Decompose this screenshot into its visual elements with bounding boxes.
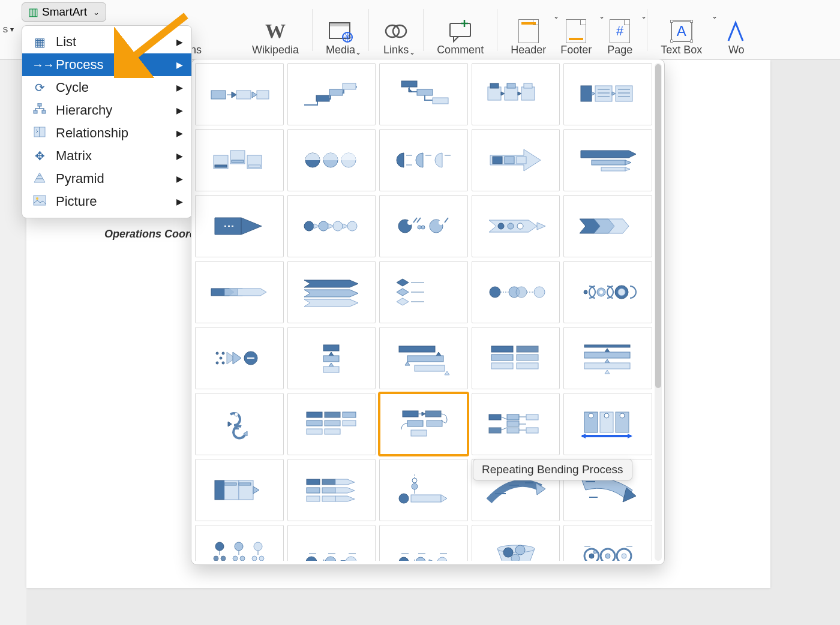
svg-rect-8 — [42, 110, 46, 113]
svg-point-159 — [589, 413, 593, 418]
gallery-item[interactable] — [287, 63, 376, 125]
gallery-item[interactable] — [472, 261, 560, 323]
svg-point-66 — [347, 221, 357, 231]
svg-line-69 — [413, 218, 417, 223]
gallery-item[interactable] — [379, 63, 468, 125]
gallery-item[interactable] — [563, 195, 652, 257]
smartart-gallery: += + — [191, 59, 665, 565]
wikipedia-button[interactable]: W Wikipedia — [245, 1, 306, 59]
svg-rect-166 — [224, 483, 236, 485]
chevron-right-icon: ▶ — [176, 83, 183, 92]
gallery-item[interactable]: + — [379, 525, 468, 561]
gallery-item[interactable] — [379, 195, 468, 257]
svg-point-90 — [599, 290, 603, 294]
gallery-item[interactable] — [472, 129, 560, 191]
svg-point-71 — [418, 226, 421, 229]
svg-point-72 — [421, 226, 425, 229]
menu-item-picture[interactable]: Picture ▶ — [22, 190, 191, 213]
gallery-item[interactable] — [287, 459, 376, 521]
menu-item-label: List — [56, 34, 182, 50]
gallery-scrollbar[interactable] — [655, 63, 662, 561]
scrollbar-thumb[interactable] — [655, 64, 661, 388]
gallery-item[interactable] — [563, 261, 652, 323]
gallery-item[interactable] — [287, 129, 376, 191]
gallery-item[interactable] — [563, 63, 652, 125]
svg-point-220 — [511, 554, 520, 561]
menu-item-label: Picture — [56, 194, 182, 209]
smartart-button[interactable]: ▥ SmartArt ⌄ — [22, 2, 106, 22]
svg-point-97 — [222, 362, 224, 364]
page-number-button[interactable]: # Page ⌄ — [599, 1, 641, 59]
menu-item-label: Matrix — [56, 148, 182, 164]
svg-marker-39 — [612, 92, 616, 95]
svg-marker-157 — [581, 434, 586, 438]
gallery-item[interactable] — [195, 525, 284, 561]
gallery-item[interactable] — [379, 327, 468, 389]
menu-item-matrix[interactable]: ✥ Matrix ▶ — [22, 145, 191, 167]
media-button[interactable]: Media ⌄ — [319, 1, 362, 59]
svg-rect-139 — [427, 420, 442, 426]
gallery-item[interactable] — [287, 327, 376, 389]
gallery-item[interactable] — [195, 327, 284, 389]
gallery-item[interactable] — [195, 459, 284, 521]
svg-point-95 — [216, 362, 218, 364]
gallery-item[interactable] — [472, 525, 560, 561]
menu-item-list[interactable]: ▦ List ▶ — [22, 31, 191, 53]
svg-rect-7 — [34, 110, 37, 113]
svg-marker-106 — [436, 352, 441, 356]
text-box-button[interactable]: A Text Box ⌄ — [653, 1, 709, 59]
svg-rect-13 — [211, 91, 226, 99]
gallery-item[interactable] — [379, 459, 468, 521]
chevron-down-icon: ⌄ — [409, 48, 415, 56]
gallery-item[interactable] — [195, 63, 284, 125]
gallery-item[interactable] — [563, 525, 652, 561]
footer-label: Footer — [560, 44, 592, 56]
wikipedia-label: Wikipedia — [252, 44, 299, 56]
menu-item-relationship[interactable]: Relationship ▶ — [22, 122, 191, 145]
gallery-item[interactable] — [287, 195, 376, 257]
links-button[interactable]: Links ⌄ — [375, 1, 417, 59]
svg-point-194 — [233, 556, 238, 561]
gallery-item[interactable] — [472, 63, 560, 125]
gallery-item[interactable] — [563, 327, 652, 389]
svg-rect-102 — [323, 356, 339, 362]
svg-rect-21 — [401, 81, 417, 87]
svg-marker-16 — [252, 92, 257, 98]
gallery-item[interactable] — [379, 261, 468, 323]
svg-rect-10 — [34, 196, 46, 205]
gallery-grid: += + — [195, 63, 652, 561]
gallery-item[interactable] — [472, 195, 560, 257]
gallery-item[interactable] — [195, 129, 284, 191]
svg-point-124 — [235, 413, 238, 416]
footer-button[interactable]: Footer ⌄ — [553, 1, 599, 59]
picture-icon — [32, 195, 47, 209]
svg-rect-130 — [307, 420, 322, 426]
svg-rect-57 — [493, 157, 502, 164]
menu-item-label: Hierarchy — [56, 103, 182, 118]
gallery-item[interactable] — [563, 393, 652, 455]
svg-rect-1 — [329, 23, 350, 26]
gallery-item[interactable] — [195, 393, 284, 455]
svg-rect-167 — [239, 483, 251, 485]
gallery-item[interactable] — [379, 129, 468, 191]
svg-rect-178 — [411, 495, 441, 502]
gallery-item[interactable]: += — [287, 525, 376, 561]
gallery-item[interactable] — [195, 195, 284, 257]
menu-item-pyramid[interactable]: Pyramid ▶ — [22, 167, 191, 190]
gallery-item[interactable] — [472, 327, 560, 389]
svg-rect-162 — [215, 480, 224, 500]
gallery-item[interactable] — [195, 261, 284, 323]
page-number-label: Page — [607, 44, 632, 56]
menu-item-process[interactable]: →→ Process ▶ — [22, 53, 191, 76]
menu-item-cycle[interactable]: ⟳ Cycle ▶ — [22, 76, 191, 99]
menu-item-hierarchy[interactable]: Hierarchy ▶ — [22, 99, 191, 122]
wordart-button-fragment[interactable]: Wo — [709, 1, 757, 59]
gallery-item[interactable] — [563, 129, 652, 191]
gallery-item[interactable] — [287, 393, 376, 455]
gallery-item[interactable] — [287, 261, 376, 323]
gallery-item[interactable] — [472, 393, 560, 455]
gallery-item-highlighted[interactable] — [379, 393, 468, 455]
header-icon — [518, 19, 539, 43]
comment-button[interactable]: Comment — [430, 1, 491, 59]
header-button[interactable]: Header ⌄ — [503, 1, 553, 59]
